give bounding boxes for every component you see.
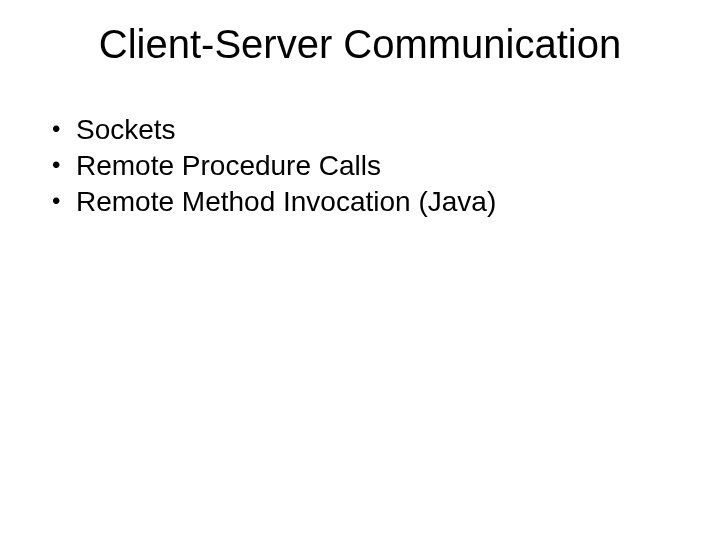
list-item: Remote Method Invocation (Java) bbox=[52, 185, 672, 219]
bullet-list: Sockets Remote Procedure Calls Remote Me… bbox=[48, 113, 672, 219]
list-item: Remote Procedure Calls bbox=[52, 149, 672, 183]
slide-title: Client-Server Communication bbox=[48, 22, 672, 67]
slide: Client-Server Communication Sockets Remo… bbox=[0, 0, 720, 540]
list-item: Sockets bbox=[52, 113, 672, 147]
